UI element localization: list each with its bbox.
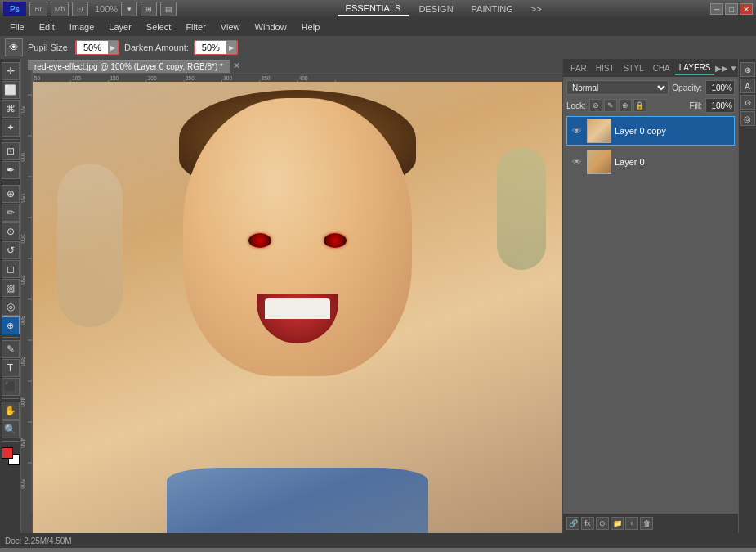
svg-text:500: 500: [21, 479, 25, 489]
delete-layer-btn[interactable]: 🗑: [640, 517, 653, 530]
foreground-color[interactable]: [2, 447, 13, 459]
red-eye-tool-btn[interactable]: ⊕: [2, 316, 20, 334]
lock-position-btn[interactable]: ⊕: [619, 99, 632, 112]
separator-1: [2, 139, 19, 140]
gradient-tool[interactable]: ▨: [2, 279, 20, 297]
clone-tool[interactable]: ⊙: [2, 222, 20, 240]
svg-text:100: 100: [21, 152, 25, 162]
ruler-v-svg: 50 100 150 200 250 300 350 400 4: [21, 70, 33, 512]
new-group-btn[interactable]: 📁: [611, 517, 624, 530]
magic-wand-tool[interactable]: ✦: [2, 119, 20, 137]
layer-item-0[interactable]: 👁 Layer 0 copy: [566, 116, 735, 146]
panel-expand-arrow[interactable]: ▼: [729, 64, 737, 73]
brush-tool[interactable]: ✏: [2, 204, 20, 222]
separator-3: [2, 337, 19, 338]
workspace-design[interactable]: DESIGN: [410, 2, 461, 16]
pupil-size-arrow[interactable]: ▶: [108, 41, 118, 54]
eraser-tool[interactable]: ◻: [2, 260, 20, 278]
close-button[interactable]: ✕: [740, 3, 753, 15]
view-options-icon[interactable]: ⊞: [141, 2, 157, 16]
path-tool[interactable]: ✎: [2, 340, 20, 358]
new-layer-btn[interactable]: +: [625, 517, 638, 530]
menu-window[interactable]: Window: [248, 20, 293, 34]
workspace-more[interactable]: >>: [523, 2, 550, 16]
zoom-dropdown-icon[interactable]: ▼: [121, 2, 137, 16]
minimize-button[interactable]: ─: [710, 3, 723, 15]
menu-help[interactable]: Help: [295, 20, 327, 34]
eyedropper-tool[interactable]: ✒: [2, 161, 20, 179]
lock-transparent-btn[interactable]: ⊘: [589, 99, 602, 112]
svg-text:400: 400: [21, 397, 25, 407]
hand-tool[interactable]: ✋: [2, 402, 20, 420]
document-tab-title[interactable]: red-eye-effect.jpg @ 100% (Layer 0 copy,…: [28, 60, 230, 73]
svg-text:200: 200: [148, 74, 157, 80]
svg-text:350: 350: [262, 74, 271, 80]
zoom-tool[interactable]: 🔍: [2, 420, 20, 438]
add-style-btn[interactable]: fx: [581, 517, 594, 530]
main-area: ✛ ⬜ ⌘ ✦ ⊡ ✒ ⊕ ✏ ⊙ ↺ ◻ ▨ ◎ ⊕ ✎ T ⬛ ✋ 🔍 re…: [0, 59, 756, 533]
type-tool[interactable]: T: [2, 359, 20, 377]
marquee-tool[interactable]: ⬜: [2, 81, 20, 99]
opacity-input[interactable]: [705, 80, 735, 95]
svg-text:50: 50: [34, 74, 40, 80]
crop-tool[interactable]: ⊡: [2, 142, 20, 160]
menu-layer[interactable]: Layer: [102, 20, 138, 34]
history-brush-tool[interactable]: ↺: [2, 241, 20, 259]
lock-image-btn[interactable]: ✎: [604, 99, 617, 112]
view-mode-icon[interactable]: ▤: [160, 2, 177, 16]
panel-tab-bar: PAR HIST STYL CHA LAYERS ▶▶ ▼: [563, 59, 738, 77]
panel-menu-arrow[interactable]: ▶▶: [715, 64, 728, 73]
darken-amount-arrow[interactable]: ▶: [226, 41, 236, 54]
photo-eye-right: [324, 233, 347, 248]
lock-all-btn[interactable]: 🔒: [633, 99, 646, 112]
maximize-button[interactable]: □: [725, 3, 738, 15]
move-tool[interactable]: ✛: [2, 62, 20, 80]
fill-input[interactable]: [705, 98, 735, 113]
pupil-size-input[interactable]: [77, 41, 108, 54]
shape-tool[interactable]: ⬛: [2, 378, 20, 396]
menu-filter[interactable]: Filter: [179, 20, 212, 34]
screen-mode-icon[interactable]: ⊡: [72, 2, 88, 16]
photo-teeth: [265, 298, 330, 319]
rt-tool-3[interactable]: ⊙: [740, 95, 755, 110]
menu-image[interactable]: Image: [63, 20, 101, 34]
tab-par[interactable]: PAR: [566, 62, 591, 74]
red-eye-tool-icon[interactable]: 👁: [5, 38, 23, 56]
photo-shirt: [167, 468, 428, 533]
canvas-image[interactable]: [33, 82, 562, 533]
healing-tool[interactable]: ⊕: [2, 185, 20, 203]
menu-select[interactable]: Select: [140, 20, 178, 34]
tab-layers[interactable]: LAYERS: [675, 61, 715, 75]
menu-edit[interactable]: Edit: [33, 20, 61, 34]
menu-file[interactable]: File: [3, 20, 31, 34]
tab-hist[interactable]: HIST: [592, 62, 619, 74]
layer-eye-1[interactable]: 👁: [570, 155, 584, 168]
document-close-btn[interactable]: ✕: [233, 61, 240, 71]
layers-blend-opacity-row: Normal Opacity:: [566, 80, 735, 95]
rt-tool-1[interactable]: ⊕: [740, 62, 755, 77]
layer-item-1[interactable]: 👁 Layer 0: [566, 147, 735, 177]
canvas-wrapper: [33, 82, 562, 533]
lock-fill-row: Lock: ⊘ ✎ ⊕ 🔒 Fill:: [566, 98, 735, 113]
add-mask-btn[interactable]: ⊙: [596, 517, 609, 530]
layer-eye-0[interactable]: 👁: [570, 124, 584, 137]
window-controls: ─ □ ✕: [710, 3, 753, 15]
darken-amount-input[interactable]: [195, 41, 226, 54]
menu-view[interactable]: View: [214, 20, 247, 34]
color-swatches[interactable]: [2, 447, 20, 465]
link-layers-btn[interactable]: 🔗: [566, 517, 579, 530]
photo-eye-left: [248, 233, 271, 248]
rt-tool-4[interactable]: ◎: [740, 111, 755, 126]
tab-styl[interactable]: STYL: [620, 62, 648, 74]
tab-cha[interactable]: CHA: [649, 62, 674, 74]
canvas-area: red-eye-effect.jpg @ 100% (Layer 0 copy,…: [21, 59, 562, 533]
rt-tool-2[interactable]: A: [740, 79, 755, 93]
workspace-essentials[interactable]: ESSENTIALS: [338, 2, 409, 16]
workspace-painting[interactable]: PAINTING: [463, 2, 521, 16]
blend-mode-select[interactable]: Normal: [566, 80, 669, 95]
layer-name-1: Layer 0: [615, 157, 731, 167]
blur-tool[interactable]: ◎: [2, 298, 20, 316]
fill-label: Fill:: [689, 101, 702, 110]
svg-text:250: 250: [186, 74, 195, 80]
lasso-tool[interactable]: ⌘: [2, 100, 20, 118]
